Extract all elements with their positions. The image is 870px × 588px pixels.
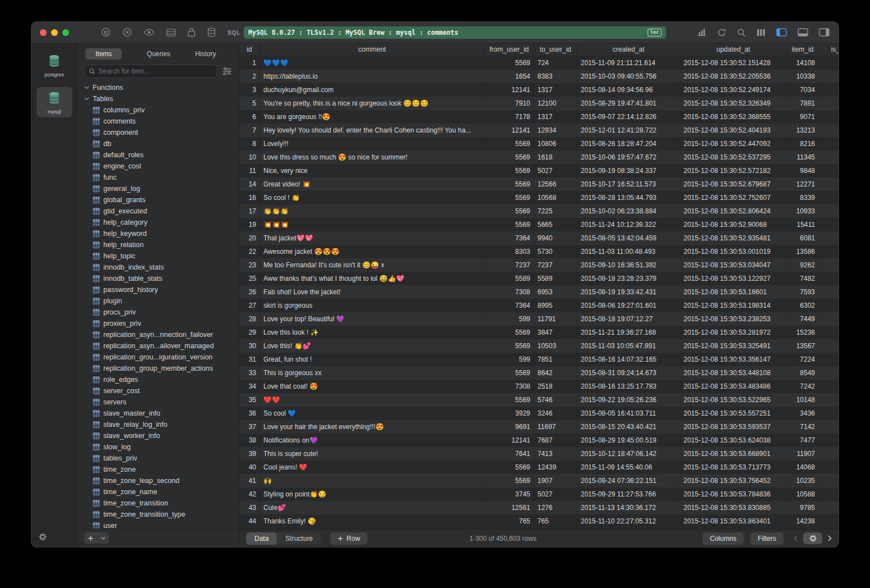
- cell-created_at[interactable]: 2015-11-13 14:30:36.172: [577, 501, 680, 514]
- cell-created_at[interactable]: 2015-11-10 22:27:05.312: [577, 514, 680, 528]
- cell-id[interactable]: 10: [239, 151, 260, 164]
- cell-is_[interactable]: [819, 447, 839, 461]
- cell-to_user_id[interactable]: 1317: [534, 110, 577, 124]
- cell-id[interactable]: 16: [239, 191, 260, 204]
- cell-created_at[interactable]: 2015-08-05 16:41:03.711: [577, 407, 680, 420]
- cell-id[interactable]: 26: [239, 285, 260, 299]
- sidebar-table-item[interactable]: innodb_index_stats: [78, 262, 239, 273]
- cell-item_id[interactable]: 8339: [787, 191, 819, 204]
- cell-to_user_id[interactable]: 11791: [534, 312, 577, 326]
- cell-updated_at[interactable]: 2015-12-08 15:30:52.404193: [680, 124, 787, 137]
- cell-is_[interactable]: [819, 151, 839, 164]
- cell-comment[interactable]: 🙌: [260, 474, 485, 487]
- cell-created_at[interactable]: 2015-08-31 09:24:14.673: [577, 366, 680, 380]
- connection-item-mysql[interactable]: mysql: [37, 87, 72, 117]
- cell-updated_at[interactable]: 2015-12-08 15:30:53.713773: [680, 461, 787, 474]
- cell-from_user_id[interactable]: 7910: [485, 97, 534, 110]
- cell-item_id[interactable]: 7224: [787, 353, 819, 366]
- sidebar-table-item[interactable]: servers: [78, 396, 239, 408]
- cell-from_user_id[interactable]: 5569: [485, 218, 534, 231]
- cell-created_at[interactable]: 2015-11-21 19:36:27.168: [577, 326, 680, 339]
- cell-from_user_id[interactable]: 12141: [485, 124, 534, 137]
- cell-to_user_id[interactable]: 5027: [534, 487, 577, 501]
- table-row[interactable]: 6You are gorgeous !!😍717813172015-09-07 …: [239, 110, 839, 124]
- cell-comment[interactable]: Cute💕: [260, 501, 485, 514]
- cell-created_at[interactable]: 2015-08-16 14:07:32.165: [577, 353, 680, 366]
- sidebar-table-item[interactable]: procs_priv: [78, 307, 239, 318]
- sidebar-table-item[interactable]: func: [78, 172, 239, 183]
- view-columns-icon[interactable]: [757, 29, 766, 37]
- cell-to_user_id[interactable]: 12934: [534, 124, 577, 137]
- cell-created_at[interactable]: 2015-08-06 19:27:01.601: [577, 299, 680, 312]
- cell-to_user_id[interactable]: 7413: [534, 447, 577, 461]
- sidebar-table-item[interactable]: slave_relay_log_info: [78, 419, 239, 430]
- cell-id[interactable]: 22: [239, 245, 260, 258]
- cell-created_at[interactable]: 2015-11-03 11:00:48.493: [577, 245, 680, 258]
- column-header-id[interactable]: id: [239, 43, 260, 56]
- cell-comment[interactable]: Notifications on💜: [260, 434, 485, 447]
- cell-created_at[interactable]: 2015-09-29 11:27:53.766: [577, 487, 680, 501]
- sidebar-table-item[interactable]: engine_cost: [78, 161, 239, 172]
- cell-id[interactable]: 41: [239, 474, 260, 487]
- cell-comment[interactable]: This is gorgeous xx: [260, 366, 485, 380]
- prev-page-icon[interactable]: [794, 535, 798, 541]
- table-row[interactable]: 34Love that coat! 😍730825182015-08-16 13…: [239, 380, 839, 393]
- cell-item_id[interactable]: 6302: [787, 299, 819, 312]
- table-view-icon[interactable]: [166, 29, 176, 37]
- cell-item_id[interactable]: 10933: [787, 204, 819, 218]
- cell-updated_at[interactable]: 2015-12-08 15:30:53.16601: [680, 285, 787, 299]
- table-row[interactable]: 23Me too Fernanda! It's cute isn't it 😊😜…: [239, 258, 839, 272]
- cell-item_id[interactable]: 7477: [787, 434, 819, 447]
- add-row-button[interactable]: Row: [330, 532, 367, 545]
- cell-from_user_id[interactable]: 12141: [485, 434, 534, 447]
- sidebar-table-item[interactable]: general_log: [78, 183, 239, 194]
- cell-id[interactable]: 25: [239, 272, 260, 285]
- cell-id[interactable]: 33: [239, 366, 260, 380]
- cell-updated_at[interactable]: 2015-12-08 15:30:53.624038: [680, 434, 787, 447]
- cell-id[interactable]: 40: [239, 461, 260, 474]
- cell-is_[interactable]: [819, 124, 839, 137]
- sidebar-table-item[interactable]: comments: [78, 116, 239, 127]
- cell-to_user_id[interactable]: 724: [534, 56, 577, 70]
- cell-item_id[interactable]: 10588: [787, 487, 819, 501]
- cell-comment[interactable]: Awesome jacket 😍😍😍: [260, 245, 485, 258]
- cell-from_user_id[interactable]: 7308: [485, 380, 534, 393]
- cell-id[interactable]: 30: [239, 339, 260, 353]
- cell-comment[interactable]: Love that coat! 😍: [260, 380, 485, 393]
- cell-id[interactable]: 28: [239, 312, 260, 326]
- cell-id[interactable]: 39: [239, 447, 260, 461]
- sidebar-table-item[interactable]: time_zone_transition: [78, 498, 239, 509]
- sql-label[interactable]: SQL: [227, 29, 240, 36]
- cell-from_user_id[interactable]: 9691: [485, 420, 534, 434]
- cell-is_[interactable]: [819, 191, 839, 204]
- column-header-to_user_id[interactable]: to_user_id: [534, 43, 577, 56]
- cell-id[interactable]: 35: [239, 393, 260, 407]
- cell-to_user_id[interactable]: 2518: [534, 380, 577, 393]
- table-row[interactable]: 5You're so pretty, this is a nice ni gor…: [239, 97, 839, 110]
- cell-updated_at[interactable]: 2015-12-08 15:30:52.151428: [680, 56, 787, 70]
- cell-created_at[interactable]: 2015-11-03 10:05:47.891: [577, 339, 680, 353]
- cell-id[interactable]: 27: [239, 299, 260, 312]
- cell-comment[interactable]: Love this! 👏💕: [260, 339, 485, 353]
- table-row[interactable]: 39This is super cute!764174132015-10-12 …: [239, 447, 839, 461]
- table-row[interactable]: 3duchuykun@gmail.com1214113172015-08-14 …: [239, 83, 839, 97]
- cell-item_id[interactable]: 13213: [787, 124, 819, 137]
- cell-item_id[interactable]: 14068: [787, 461, 819, 474]
- cell-updated_at[interactable]: 2015-12-08 15:30:52.205536: [680, 70, 787, 83]
- cell-is_[interactable]: [819, 285, 839, 299]
- cell-is_[interactable]: [819, 514, 839, 528]
- cell-id[interactable]: 11: [239, 164, 260, 177]
- cell-updated_at[interactable]: 2015-12-08 15:30:52.249174: [680, 83, 787, 97]
- cell-is_[interactable]: [819, 258, 839, 272]
- cell-id[interactable]: 1: [239, 56, 260, 70]
- cell-id[interactable]: 43: [239, 501, 260, 514]
- cell-updated_at[interactable]: 2015-12-08 15:30:52.752607: [680, 191, 787, 204]
- cell-id[interactable]: 5: [239, 97, 260, 110]
- cell-updated_at[interactable]: 2015-12-08 15:30:52.90068: [680, 218, 787, 231]
- gear-icon[interactable]: [31, 532, 47, 541]
- cell-to_user_id[interactable]: 10503: [534, 339, 577, 353]
- cell-created_at[interactable]: 2015-08-05 13:42:04.459: [577, 231, 680, 245]
- cell-from_user_id[interactable]: 599: [485, 312, 534, 326]
- table-row[interactable]: 1💙💙💙55697242015-11-09 21:11:21.6142015-1…: [239, 56, 839, 70]
- cell-is_[interactable]: [819, 83, 839, 97]
